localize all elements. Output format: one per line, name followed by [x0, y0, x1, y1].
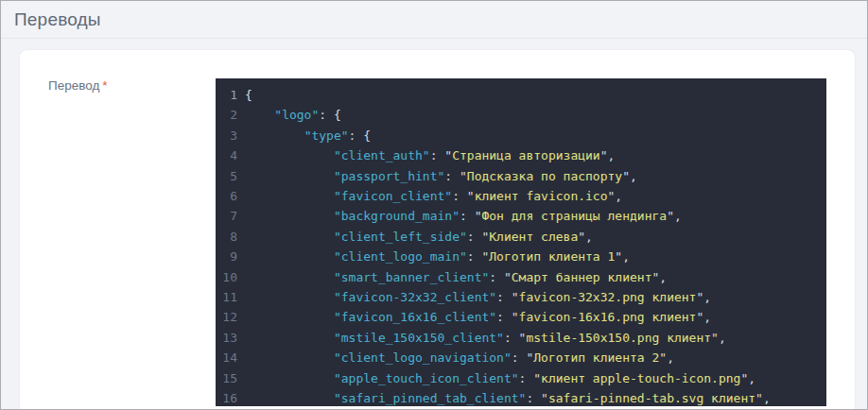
code-lines: 1{2 "logo": {3 "type": {4 "client_auth":… [216, 78, 826, 406]
json-punctuation: ", [755, 391, 771, 405]
line-number: 1 [216, 85, 237, 105]
json-punctuation: ", [711, 331, 726, 345]
page-title: Переводы [14, 9, 101, 29]
line-number: 4 [216, 145, 237, 165]
code-content: "logo": { [237, 105, 341, 125]
json-punctuation: : " [460, 209, 481, 223]
line-number: 5 [216, 166, 237, 186]
code-content: "favicon_client": "клиент favicon.ico", [237, 186, 622, 206]
json-punctuation: : " [519, 371, 541, 385]
code-content: "client_logo_navigation": "Логотип клиен… [237, 348, 674, 367]
json-string-value: Подсказка по паспорту [467, 169, 622, 183]
json-punctuation: : " [489, 270, 511, 284]
code-line: 2 "logo": { [216, 105, 826, 125]
code-line: 10 "smart_banner_client": "Смарт баннер … [216, 267, 826, 287]
code-line: 16 "safari_pinned_tab_client": "safari-p… [216, 388, 826, 406]
json-string-value: Логотип клиента 1 [489, 249, 615, 264]
json-punctuation: : " [467, 249, 489, 264]
json-key: "safari_pinned_tab_client" [334, 391, 527, 405]
json-punctuation [245, 108, 274, 122]
json-string-value: клиент apple-touch-icon.png [541, 371, 740, 385]
line-number: 10 [216, 267, 237, 287]
code-line: 3 "type": { [216, 126, 826, 145]
json-punctuation: ", [600, 148, 616, 162]
code-content: "apple_touch_icon_client": "клиент apple… [237, 368, 755, 388]
json-string-value: favicon-16x16.png клиент [519, 310, 697, 324]
code-line: 9 "client_logo_main": "Логотип клиента 1… [216, 247, 826, 266]
json-punctuation: ", [578, 230, 593, 244]
line-number: 6 [216, 186, 237, 206]
json-string-value: mstile-150x150.png клиент [526, 331, 711, 345]
code-content: { [237, 85, 252, 105]
code-content: "smart_banner_client": "Смарт баннер кли… [237, 267, 667, 287]
json-key: "type" [304, 128, 349, 143]
json-punctuation: ", [659, 350, 674, 365]
line-number: 8 [216, 227, 237, 247]
json-key: "favicon_16x16_client" [334, 310, 496, 324]
field-label-text: Перевод [48, 78, 99, 93]
json-key: "mstile_150x150_client" [334, 331, 504, 345]
json-punctuation [245, 148, 334, 162]
json-punctuation [245, 128, 304, 143]
json-punctuation [245, 331, 334, 345]
json-punctuation: ", [652, 270, 668, 284]
line-number: 3 [216, 126, 237, 145]
line-number: 2 [216, 105, 237, 125]
code-content: "type": { [237, 126, 371, 145]
code-line: 4 "client_auth": "Страница авторизации", [216, 145, 826, 165]
json-punctuation [245, 391, 334, 405]
code-line: 13 "mstile_150x150_client": "mstile-150x… [216, 328, 826, 348]
line-number: 11 [216, 287, 237, 307]
json-punctuation [245, 310, 334, 324]
code-line: 14 "client_logo_navigation": "Логотип кл… [216, 348, 826, 367]
json-punctuation: : " [430, 148, 452, 162]
json-key: "client_left_side" [334, 230, 467, 244]
json-punctuation [245, 290, 334, 304]
json-string-value: Фон для страницы лендинга [481, 209, 667, 223]
json-punctuation [245, 209, 334, 223]
json-key: "favicon_client" [334, 189, 452, 203]
json-punctuation: : " [496, 290, 518, 304]
code-content: "safari_pinned_tab_client": "safari-pinn… [237, 388, 771, 406]
code-content: "passport_hint": "Подсказка по паспорту"… [237, 166, 637, 186]
page-header: Переводы [1, 1, 867, 39]
json-punctuation: : " [526, 391, 547, 405]
json-key: "client_logo_main" [334, 249, 467, 264]
code-line: 6 "favicon_client": "клиент favicon.ico"… [216, 186, 826, 206]
required-asterisk: * [102, 78, 107, 93]
json-punctuation: ", [696, 290, 711, 304]
line-number: 9 [216, 247, 237, 266]
json-punctuation: { [245, 88, 252, 102]
code-line: 7 "background_main": "Фон для страницы л… [216, 206, 826, 226]
json-punctuation [245, 169, 334, 183]
json-key: "smart_banner_client" [334, 270, 489, 284]
code-content: "client_left_side": "Клиент слева", [237, 227, 593, 247]
json-punctuation: : " [504, 331, 526, 345]
json-punctuation: : { [349, 128, 371, 143]
json-key: "client_auth" [334, 148, 430, 162]
json-string-value: favicon-32x32.png клиент [519, 290, 697, 304]
json-punctuation: : { [319, 108, 340, 122]
translation-field-label: Перевод* [48, 78, 108, 93]
json-key: "background_main" [334, 209, 460, 223]
json-punctuation: : " [467, 230, 489, 244]
code-editor[interactable]: 1{2 "logo": {3 "type": {4 "client_auth":… [216, 78, 826, 406]
json-punctuation [245, 249, 334, 264]
json-punctuation [245, 371, 334, 385]
json-punctuation: : " [512, 350, 533, 365]
json-key: "apple_touch_icon_client" [334, 371, 519, 385]
code-line: 1{ [216, 85, 826, 105]
json-punctuation: ", [696, 310, 711, 324]
json-string-value: Логотип клиента 2 [533, 350, 659, 365]
code-content: "background_main": "Фон для страницы лен… [237, 206, 682, 226]
code-content: "favicon-32x32_client": "favicon-32x32.p… [237, 287, 711, 307]
json-punctuation: : " [496, 310, 518, 324]
line-number: 12 [216, 307, 237, 327]
line-number: 15 [216, 368, 237, 388]
json-string-value: Страница авторизации [452, 148, 600, 162]
json-punctuation: ", [622, 169, 637, 183]
code-line: 11 "favicon-32x32_client": "favicon-32x3… [216, 287, 826, 307]
code-content: "client_logo_main": "Логотип клиента 1", [237, 247, 630, 266]
json-key: "logo" [274, 108, 319, 122]
json-string-value: клиент favicon.ico [475, 189, 608, 203]
